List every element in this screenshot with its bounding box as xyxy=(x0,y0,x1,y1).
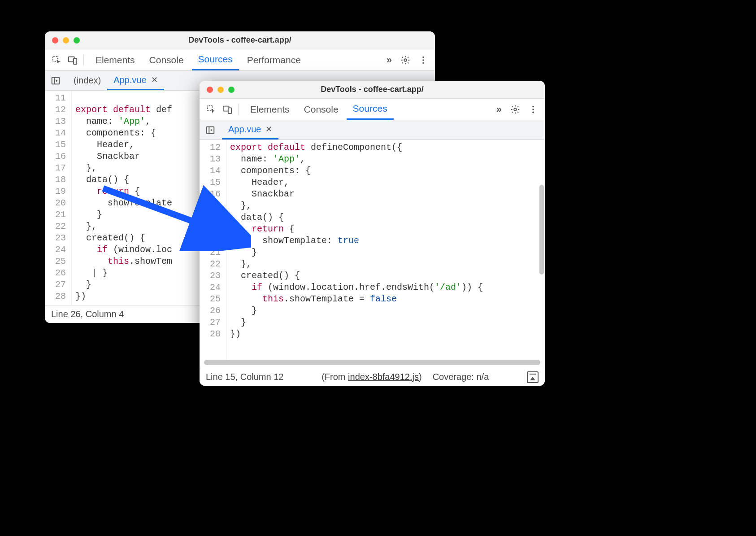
status-bar: Line 15, Column 12 (From index-8bfa4912.… xyxy=(200,368,545,386)
cursor-position: Line 26, Column 4 xyxy=(51,309,124,319)
toolbar-separator xyxy=(83,54,84,66)
close-window-button[interactable] xyxy=(52,37,58,44)
tab-console[interactable]: Console xyxy=(143,49,190,70)
line-gutter: 1213141516171819202122232425262728 xyxy=(200,140,226,360)
svg-point-5 xyxy=(422,59,424,61)
tab-elements[interactable]: Elements xyxy=(89,49,141,70)
drawer-toggle-icon[interactable] xyxy=(527,371,539,383)
close-tab-icon[interactable]: ✕ xyxy=(151,75,158,85)
titlebar[interactable]: DevTools - coffee-cart.app/ xyxy=(45,31,435,49)
svg-point-6 xyxy=(422,62,424,64)
devtools-toolbar: Elements Console Sources » xyxy=(200,99,545,120)
tab-performance[interactable]: Performance xyxy=(241,49,307,70)
navigator-toggle-icon[interactable] xyxy=(203,123,217,137)
source-map-link[interactable]: index-8bfa4912.js xyxy=(348,372,419,382)
file-tab-label: (index) xyxy=(74,75,101,86)
file-tabs-bar: App.vue ✕ xyxy=(200,120,545,140)
devtools-window-right: DevTools - coffee-cart.app/ Elements Con… xyxy=(200,81,545,386)
svg-rect-16 xyxy=(207,126,214,133)
gear-icon[interactable] xyxy=(397,52,413,68)
svg-point-14 xyxy=(532,109,534,110)
svg-point-4 xyxy=(422,56,424,58)
svg-rect-2 xyxy=(74,58,77,64)
more-menu-icon[interactable] xyxy=(525,101,541,118)
source-map-info: (From index-8bfa4912.js) xyxy=(322,372,421,382)
minimize-window-button[interactable] xyxy=(217,87,224,93)
titlebar[interactable]: DevTools - coffee-cart.app/ xyxy=(200,81,545,99)
tab-console[interactable]: Console xyxy=(298,99,345,120)
window-title: DevTools - coffee-cart.app/ xyxy=(200,85,545,94)
traffic-lights xyxy=(52,37,80,44)
more-tabs-icon[interactable]: » xyxy=(381,54,395,66)
inspect-icon[interactable] xyxy=(48,52,65,68)
device-toggle-icon[interactable] xyxy=(219,101,235,118)
panel-tabs: Elements Console Sources xyxy=(244,99,394,120)
file-tab-label: App.vue xyxy=(113,75,146,85)
horizontal-scrollbar[interactable] xyxy=(204,360,540,365)
tab-sources[interactable]: Sources xyxy=(192,49,239,70)
vertical-scrollbar[interactable] xyxy=(539,185,544,275)
line-gutter: 111213141516171819202122232425262728 xyxy=(45,91,72,305)
toolbar-separator xyxy=(238,104,239,115)
minimize-window-button[interactable] xyxy=(63,37,69,44)
svg-rect-7 xyxy=(52,77,60,84)
svg-rect-11 xyxy=(228,108,231,113)
svg-point-15 xyxy=(532,111,534,113)
code-content[interactable]: export default defineComponent({ name: '… xyxy=(226,140,545,360)
coverage-status: Coverage: n/a xyxy=(433,372,489,382)
svg-point-12 xyxy=(514,108,517,111)
svg-point-13 xyxy=(532,105,534,107)
devtools-toolbar: Elements Console Sources Performance » xyxy=(45,49,435,71)
tab-sources[interactable]: Sources xyxy=(347,99,394,120)
close-tab-icon[interactable]: ✕ xyxy=(265,124,272,134)
maximize-window-button[interactable] xyxy=(74,37,80,44)
code-editor[interactable]: 1213141516171819202122232425262728 expor… xyxy=(200,140,545,360)
navigator-toggle-icon[interactable] xyxy=(48,74,63,88)
panel-tabs: Elements Console Sources Performance xyxy=(89,49,307,70)
file-tab-app-vue[interactable]: App.vue ✕ xyxy=(107,71,164,90)
device-toggle-icon[interactable] xyxy=(65,52,81,68)
more-menu-icon[interactable] xyxy=(415,52,431,68)
file-tab-index[interactable]: (index) xyxy=(67,71,107,90)
more-tabs-icon[interactable]: » xyxy=(491,104,505,115)
close-window-button[interactable] xyxy=(207,87,213,93)
window-title: DevTools - coffee-cart.app/ xyxy=(45,35,435,45)
file-tab-label: App.vue xyxy=(228,124,261,135)
cursor-position: Line 15, Column 12 xyxy=(206,372,283,382)
tab-elements[interactable]: Elements xyxy=(244,99,296,120)
traffic-lights xyxy=(207,87,235,93)
svg-point-3 xyxy=(404,59,407,61)
inspect-icon[interactable] xyxy=(203,101,219,118)
maximize-window-button[interactable] xyxy=(228,87,235,93)
gear-icon[interactable] xyxy=(507,101,523,118)
file-tab-app-vue[interactable]: App.vue ✕ xyxy=(222,120,278,139)
